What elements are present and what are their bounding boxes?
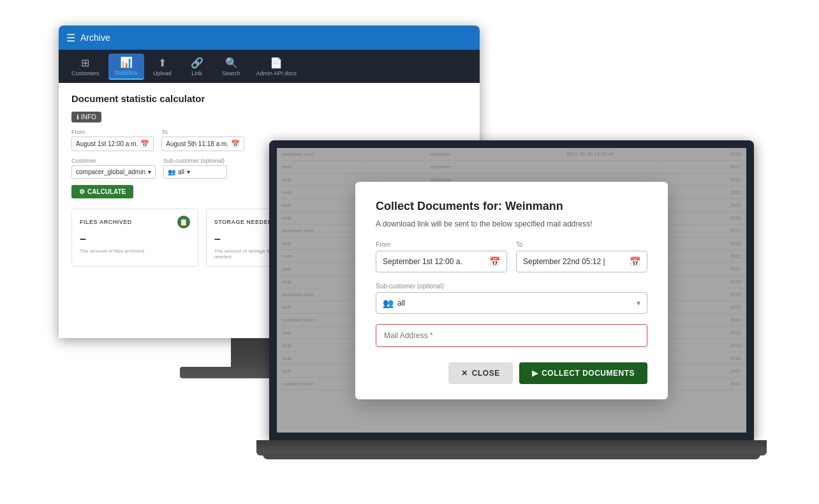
to-input[interactable]: August 5th 11:18 a.m. 📅 — [161, 137, 244, 151]
close-button[interactable]: ✕ CLOSE — [448, 362, 512, 384]
search-icon: 🔍 — [225, 57, 238, 69]
modal-to-field: To September 22nd 05:12 | 📅 — [516, 241, 647, 272]
close-x-icon: ✕ — [461, 369, 468, 378]
sub-customer-field: Sub-customer (optional) 👥 all ▾ — [163, 158, 227, 179]
collect-documents-button[interactable]: ▶ COLLECT DOCUMENTS — [519, 362, 647, 384]
admin-api-docs-icon: 📄 — [270, 57, 283, 69]
customer-select[interactable]: compacer_global_admin ▾ — [71, 165, 156, 179]
modal-to-calendar-icon: 📅 — [630, 256, 640, 267]
customer-field: Customer compacer_global_admin ▾ — [71, 158, 156, 179]
modal-sub-customer-field: Sub-customer (optional) 👥 all ▾ — [376, 283, 647, 314]
laptop-screen-bezel: customer.com customer 2021-09-30 13:00:4… — [269, 140, 754, 440]
calculate-icon: ⚙ — [79, 188, 85, 195]
to-calendar-icon: 📅 — [231, 140, 240, 148]
from-calendar-icon: 📅 — [140, 140, 149, 148]
app-toolbar: ⊞ Customers 📊 Statistics ⬆ Upload 🔗 Link — [59, 50, 480, 83]
modal-people-icon: 👥 — [383, 298, 394, 308]
toolbar-admin-api-docs[interactable]: 📄 Admin API docs — [250, 54, 304, 79]
modal-sub-customer-select[interactable]: 👥 all ▾ — [376, 292, 647, 314]
laptop-base-bottom — [263, 453, 760, 459]
modal-to-input[interactable]: September 22nd 05:12 | 📅 — [516, 251, 647, 272]
menu-icon[interactable]: ☰ — [66, 32, 75, 44]
toolbar-customers[interactable]: ⊞ Customers — [65, 54, 106, 79]
mail-address-input[interactable] — [376, 324, 647, 347]
sub-customer-select[interactable]: 👥 all ▾ — [163, 165, 227, 179]
modal-footer: ✕ CLOSE ▶ COLLECT DOCUMENTS — [376, 362, 647, 384]
toolbar-statistics[interactable]: 📊 Statistics — [108, 54, 144, 80]
to-field: To August 5th 11:18 a.m. 📅 — [161, 129, 244, 151]
stat-card-files-archived: FILES ARCHIVED 📋 – The amount of files a… — [71, 209, 198, 267]
toolbar-search[interactable]: 🔍 Search — [216, 54, 247, 79]
modal-chevron-icon: ▾ — [637, 299, 640, 308]
collect-documents-modal: Collect Documents for: Weinmann A downlo… — [355, 182, 668, 399]
app-title: Archive — [80, 33, 110, 43]
upload-icon: ⬆ — [158, 57, 166, 69]
modal-subtitle: A download link will be sent to the belo… — [376, 219, 647, 228]
calculate-button[interactable]: ⚙ CALCULATE — [71, 185, 133, 198]
statistics-icon: 📊 — [120, 56, 133, 68]
laptop-screen-inner: customer.com customer 2021-09-30 13:00:4… — [277, 148, 746, 433]
laptop-app-bg: customer.com customer 2021-09-30 13:00:4… — [277, 148, 746, 433]
from-field: From August 1st 12:00 a.m. 📅 — [71, 129, 154, 151]
laptop: customer.com customer 2021-09-30 13:00:4… — [269, 140, 767, 498]
modal-date-row: From September 1st 12:00 a. 📅 To — [376, 241, 647, 272]
link-icon: 🔗 — [191, 57, 203, 69]
info-button[interactable]: ℹ INFO — [71, 112, 101, 122]
modal-overlay: Collect Documents for: Weinmann A downlo… — [277, 148, 746, 433]
customer-chevron-icon: ▾ — [148, 168, 151, 175]
sub-customer-chevron-icon: ▾ — [187, 168, 190, 175]
from-input[interactable]: August 1st 12:00 a.m. 📅 — [71, 137, 154, 151]
modal-from-field: From September 1st 12:00 a. 📅 — [376, 241, 507, 272]
modal-from-input[interactable]: September 1st 12:00 a. 📅 — [376, 251, 507, 272]
app-topbar: ☰ Archive — [59, 26, 480, 50]
info-icon: ℹ — [77, 114, 79, 121]
collect-play-icon: ▶ — [532, 369, 538, 378]
toolbar-upload[interactable]: ⬆ Upload — [147, 54, 179, 79]
files-archived-icon: 📋 — [177, 216, 190, 228]
people-icon: 👥 — [168, 168, 175, 175]
page-title: Document statistic calculator — [71, 93, 467, 104]
scene: ☰ Archive ⊞ Customers 📊 Statistics ⬆ — [59, 13, 760, 491]
toolbar-link[interactable]: 🔗 Link — [181, 54, 213, 79]
modal-from-calendar-icon: 📅 — [489, 256, 500, 267]
customers-icon: ⊞ — [81, 57, 89, 69]
modal-title: Collect Documents for: Weinmann — [376, 200, 647, 213]
